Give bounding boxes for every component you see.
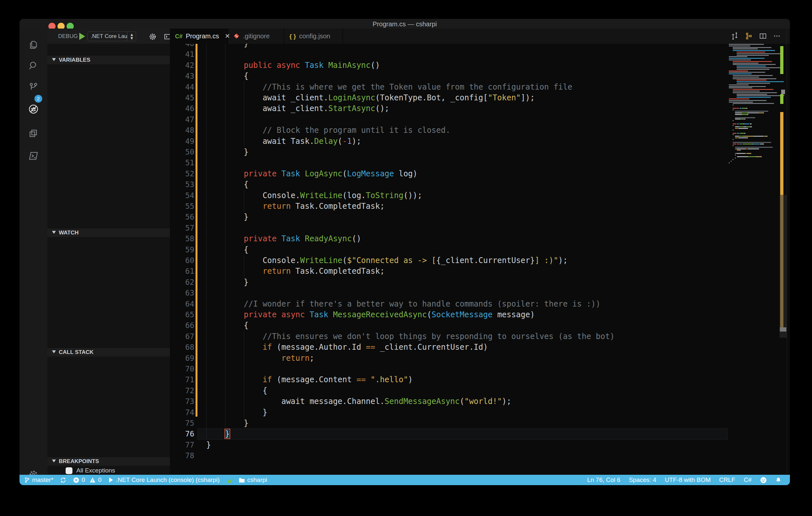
- line-number[interactable]: 40: [170, 44, 194, 48]
- code-text: }: [206, 44, 249, 49]
- code-text: await _client.StartAsync();: [206, 103, 389, 113]
- line-number[interactable]: 63: [170, 289, 194, 297]
- code-line: 51: [170, 157, 780, 168]
- source-control-badge: 2: [34, 95, 42, 102]
- indentation-item[interactable]: Spaces: 4: [629, 476, 657, 484]
- line-number[interactable]: 62: [170, 278, 194, 286]
- line-number[interactable]: 69: [170, 354, 194, 362]
- activity-bar: 2: [20, 29, 48, 475]
- debug-toolbar: DEBUG .NET Core Laun( ▲▼: [48, 29, 170, 44]
- line-number[interactable]: 49: [170, 137, 194, 146]
- run-fork-icon[interactable]: [745, 32, 753, 40]
- window-title: Program.cs — csharpi: [20, 21, 790, 28]
- notifications-bell-icon[interactable]: [775, 477, 781, 484]
- line-number[interactable]: 47: [170, 115, 194, 124]
- code-line: 67 //This ensures we don't loop things b…: [170, 331, 780, 342]
- line-number[interactable]: 65: [170, 310, 194, 319]
- line-number[interactable]: 61: [170, 267, 194, 275]
- code-text: {: [206, 321, 249, 330]
- line-number[interactable]: 74: [170, 408, 194, 417]
- breakpoint-all-exceptions[interactable]: All Exceptions: [66, 467, 115, 475]
- omnisharp-status-item[interactable]: [226, 477, 232, 484]
- cursor-position-item[interactable]: Ln 76, Col 6: [587, 476, 620, 484]
- search-icon[interactable]: [28, 60, 39, 71]
- minimap[interactable]: [728, 44, 780, 167]
- line-number[interactable]: 73: [170, 397, 194, 405]
- feedback-smiley-icon[interactable]: [760, 477, 767, 484]
- play-icon: [109, 477, 114, 483]
- line-number[interactable]: 64: [170, 300, 194, 308]
- line-number[interactable]: 55: [170, 202, 194, 210]
- debug-launch-status-item[interactable]: .NET Core Launch (console) (csharpi): [109, 476, 220, 484]
- checkbox-unchecked[interactable]: [66, 467, 72, 474]
- line-number[interactable]: 53: [170, 180, 194, 189]
- line-number[interactable]: 56: [170, 213, 194, 221]
- flame-icon: [226, 477, 232, 484]
- line-number[interactable]: 54: [170, 191, 194, 200]
- section-watch[interactable]: WATCH: [48, 228, 170, 237]
- line-number[interactable]: 51: [170, 158, 194, 167]
- line-number[interactable]: 68: [170, 343, 194, 352]
- sync-status-item[interactable]: [60, 477, 66, 483]
- line-number[interactable]: 46: [170, 104, 194, 113]
- code-text: }: [206, 407, 267, 417]
- line-number[interactable]: 75: [170, 419, 194, 427]
- code-text: {: [206, 71, 249, 81]
- line-number[interactable]: 72: [170, 387, 194, 395]
- line-number[interactable]: 70: [170, 365, 194, 373]
- split-editor-icon[interactable]: [759, 32, 767, 40]
- tab-gitignore[interactable]: .gitignore: [228, 29, 284, 44]
- problems-status-item[interactable]: 0 0: [73, 476, 102, 484]
- extensions-icon[interactable]: [28, 128, 39, 138]
- line-number[interactable]: 48: [170, 126, 194, 134]
- chevron-updown-icon: ▲▼: [129, 33, 134, 40]
- section-breakpoints[interactable]: BREAKPOINTS: [48, 457, 170, 466]
- tab-program-cs[interactable]: C#Program.cs ✕: [170, 29, 228, 44]
- source-control-icon[interactable]: [28, 82, 39, 92]
- code-text: private async Task MessageReceivedAsync(…: [206, 310, 534, 320]
- line-number[interactable]: 58: [170, 235, 194, 243]
- encoding-item[interactable]: UTF-8 with BOM: [665, 476, 710, 484]
- branch-status-item[interactable]: master*: [24, 476, 53, 484]
- start-debug-icon[interactable]: [79, 33, 85, 40]
- line-number[interactable]: 78: [170, 451, 194, 460]
- debug-icon[interactable]: [28, 104, 39, 114]
- line-number[interactable]: 41: [170, 50, 194, 58]
- line-number[interactable]: 57: [170, 224, 194, 232]
- line-number[interactable]: 50: [170, 148, 194, 156]
- line-number[interactable]: 66: [170, 321, 194, 330]
- line-number[interactable]: 67: [170, 332, 194, 341]
- section-variables[interactable]: VARIABLES: [48, 55, 170, 64]
- code-editor[interactable]: 40 }4142 public async Task MainAsync()43…: [170, 44, 780, 475]
- tab-label: config.json: [299, 32, 330, 40]
- code-line: 57: [170, 222, 780, 234]
- warnings-count: 0: [98, 476, 102, 484]
- line-number[interactable]: 52: [170, 170, 194, 178]
- line-number[interactable]: 60: [170, 256, 194, 265]
- scrollbar-slider[interactable]: [780, 195, 787, 338]
- line-number[interactable]: 44: [170, 83, 194, 91]
- line-number[interactable]: 71: [170, 375, 194, 384]
- tab-config-json[interactable]: { }config.json: [284, 29, 343, 44]
- debug-sidebar: DEBUG .NET Core Laun( ▲▼: [48, 29, 170, 475]
- language-mode-item[interactable]: C#: [744, 476, 752, 484]
- terminal-icon[interactable]: [28, 151, 39, 161]
- explorer-icon[interactable]: [28, 40, 39, 50]
- line-number[interactable]: 59: [170, 245, 194, 254]
- code-text: }: [206, 440, 211, 450]
- gear-icon[interactable]: [149, 33, 156, 40]
- overview-added-mark: [780, 94, 783, 104]
- line-number[interactable]: 43: [170, 72, 194, 80]
- debug-config-select[interactable]: .NET Core Laun( ▲▼: [87, 31, 136, 41]
- line-number[interactable]: 77: [170, 441, 194, 449]
- compare-changes-icon[interactable]: [731, 32, 738, 40]
- folder-status-item[interactable]: csharpi: [239, 476, 267, 484]
- branch-name: master*: [32, 476, 53, 484]
- line-number[interactable]: 76: [170, 430, 194, 438]
- section-call-stack[interactable]: CALL STACK: [48, 347, 170, 357]
- line-number[interactable]: 45: [170, 93, 194, 102]
- errors-count: 0: [82, 476, 85, 484]
- eol-item[interactable]: CRLF: [719, 476, 735, 484]
- line-number[interactable]: 42: [170, 61, 194, 69]
- scrollbar-overview-ruler[interactable]: [780, 29, 787, 475]
